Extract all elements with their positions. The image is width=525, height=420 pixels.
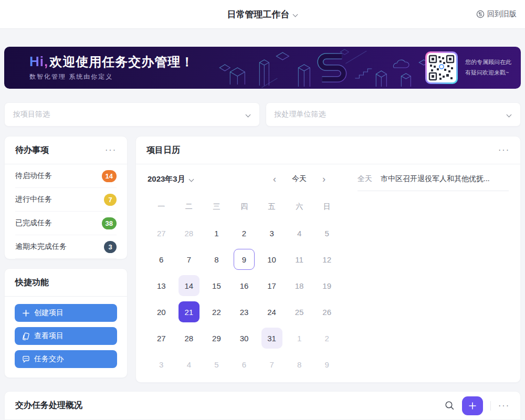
calendar-day-7[interactable]: 7 — [178, 249, 200, 270]
weekday-label: 二 — [175, 198, 203, 216]
add-task-button[interactable] — [462, 396, 483, 415]
back-to-old-version-link[interactable]: 回到旧版 — [476, 0, 517, 28]
welcome-banner: Hi,欢迎使用任务交办管理！ 数智化管理 系统由你定义 — [4, 47, 521, 89]
calendar-day-8[interactable]: 8 — [206, 249, 227, 270]
calendar-day-13[interactable]: 13 — [151, 275, 172, 296]
more-icon[interactable]: ··· — [498, 402, 510, 410]
calendar-day-8[interactable]: 8 — [289, 354, 310, 375]
calendar-event-item[interactable]: 全天 市中区召开退役军人和其他优抚... — [358, 167, 509, 191]
book-icon — [22, 332, 30, 340]
calendar-day-27[interactable]: 27 — [151, 328, 172, 349]
calendar-day-9[interactable]: 9 — [234, 249, 255, 270]
calendar-cell: 2 — [230, 220, 258, 246]
todo-item-3[interactable]: 逾期未完成任务3 — [15, 235, 117, 259]
calendar-day-5[interactable]: 5 — [206, 354, 227, 375]
calendar-day-17[interactable]: 17 — [261, 275, 282, 296]
calendar-cell: 25 — [286, 299, 313, 325]
more-icon[interactable]: ··· — [498, 146, 510, 154]
calendar-day-3[interactable]: 3 — [151, 354, 172, 375]
calendar-day-12[interactable]: 12 — [317, 249, 338, 270]
todo-item-1[interactable]: 进行中任务7 — [15, 188, 117, 212]
calendar-day-28[interactable]: 28 — [178, 223, 200, 244]
calendar-cell: 5 — [313, 220, 341, 246]
calendar-day-3[interactable]: 3 — [261, 223, 282, 244]
calendar-cell: 21 — [175, 299, 203, 325]
weekday-label: 六 — [286, 198, 313, 216]
calendar-day-25[interactable]: 25 — [289, 301, 310, 322]
calendar-cell: 8 — [203, 246, 230, 272]
weekday-label: 三 — [203, 198, 230, 216]
calendar-day-24[interactable]: 24 — [261, 301, 282, 322]
divider — [490, 401, 491, 411]
workspace-switcher[interactable]: 日常管理工作台 — [227, 8, 298, 20]
calendar-day-11[interactable]: 11 — [289, 249, 310, 270]
weekday-label: 五 — [258, 198, 286, 216]
plus-icon — [22, 309, 30, 317]
calendar-day-2[interactable]: 2 — [317, 328, 338, 349]
calendar-cell: 23 — [230, 299, 258, 325]
calendar-day-6[interactable]: 6 — [151, 249, 172, 270]
calendar-day-16[interactable]: 16 — [234, 275, 255, 296]
project-filter-select[interactable]: 按项目筛选 — [4, 102, 260, 127]
todo-list: 待启动任务14进行中任务7已完成任务38逾期未完成任务3 — [5, 164, 127, 259]
calendar-day-27[interactable]: 27 — [151, 223, 172, 244]
calendar-day-31[interactable]: 31 — [261, 328, 282, 349]
today-button[interactable]: 今天 — [292, 174, 307, 184]
calendar-day-15[interactable]: 15 — [206, 275, 227, 296]
prev-month-button[interactable]: ‹ — [273, 174, 276, 184]
calendar-cell: 15 — [203, 272, 230, 299]
chevron-down-icon — [189, 176, 194, 182]
calendar-cell: 27 — [148, 325, 175, 351]
calendar-day-14[interactable]: 14 — [178, 275, 200, 296]
calendar-cell: 20 — [148, 299, 175, 325]
todo-item-2[interactable]: 已完成任务38 — [15, 212, 117, 235]
calendar-day-6[interactable]: 6 — [234, 354, 255, 375]
next-month-button[interactable]: › — [322, 174, 326, 184]
calendar-day-4[interactable]: 4 — [178, 354, 200, 375]
calendar-day-26[interactable]: 26 — [317, 301, 338, 322]
calendar-day-28[interactable]: 28 — [178, 328, 200, 349]
calendar-day-30[interactable]: 30 — [234, 328, 255, 349]
todo-item-label: 已完成任务 — [15, 218, 52, 228]
top-header: 日常管理工作台 回到旧版 — [0, 0, 525, 29]
quick-action-2[interactable]: 任务交办 — [15, 350, 117, 368]
consultant-qr-code — [425, 51, 458, 84]
calendar-cell: 1 — [286, 325, 313, 351]
calendar-day-10[interactable]: 10 — [261, 249, 282, 270]
calendar-day-9[interactable]: 9 — [317, 354, 338, 375]
calendar-day-5[interactable]: 5 — [317, 223, 338, 244]
calendar-cell: 8 — [286, 351, 313, 377]
calendar-day-18[interactable]: 18 — [289, 275, 310, 296]
calendar-day-7[interactable]: 7 — [261, 354, 282, 375]
calendar-day-4[interactable]: 4 — [289, 223, 310, 244]
unit-filter-select[interactable]: 按处理单位筛选 — [266, 102, 521, 127]
calendar-day-23[interactable]: 23 — [234, 301, 255, 322]
quick-action-0[interactable]: 创建项目 — [15, 304, 117, 322]
todo-count-badge: 14 — [102, 170, 117, 182]
calendar-cell: 6 — [230, 351, 258, 377]
calendar-cell: 24 — [258, 299, 286, 325]
search-icon — [445, 401, 455, 411]
quick-actions-card: 快捷功能 创建项目查看项目任务交办 — [4, 268, 128, 378]
quick-action-1[interactable]: 查看项目 — [15, 327, 117, 345]
calendar-cell: 28 — [175, 325, 203, 351]
calendar-day-21[interactable]: 21 — [178, 301, 200, 322]
calendar-day-1[interactable]: 1 — [206, 223, 227, 244]
calendar-day-20[interactable]: 20 — [151, 301, 172, 322]
weekday-label: 一 — [148, 198, 175, 216]
todo-item-0[interactable]: 待启动任务14 — [15, 164, 117, 188]
calendar-day-2[interactable]: 2 — [234, 223, 255, 244]
more-icon[interactable]: ··· — [105, 146, 117, 154]
calendar-day-1[interactable]: 1 — [289, 328, 310, 349]
calendar-cell: 6 — [148, 246, 175, 272]
calendar-grid: 2728123456789101112131415161718192021222… — [148, 220, 341, 377]
quick-action-label: 创建项目 — [34, 308, 64, 318]
month-label: 2023年3月 — [148, 174, 185, 184]
month-selector[interactable]: 2023年3月 — [148, 174, 241, 184]
search-button[interactable] — [445, 401, 455, 411]
calendar-cell: 2 — [313, 325, 341, 351]
calendar-day-29[interactable]: 29 — [206, 328, 227, 349]
calendar-cell: 22 — [203, 299, 230, 325]
calendar-day-19[interactable]: 19 — [317, 275, 338, 296]
calendar-day-22[interactable]: 22 — [206, 301, 227, 322]
